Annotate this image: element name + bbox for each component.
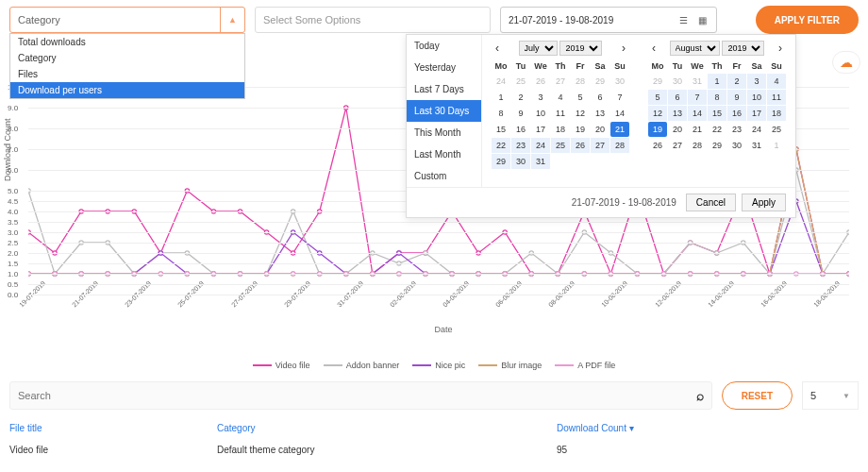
cloud-upload-icon[interactable]: ☁ (832, 51, 860, 74)
day-cell[interactable]: 1 (492, 90, 510, 105)
day-cell[interactable]: 30 (511, 154, 530, 169)
day-cell[interactable]: 23 (511, 138, 530, 153)
day-cell[interactable]: 4 (551, 90, 570, 105)
day-cell[interactable]: 24 (747, 122, 766, 137)
range-option[interactable]: Last Month (407, 143, 481, 165)
day-cell[interactable]: 21 (610, 122, 629, 137)
year-select-right[interactable]: 2019 (722, 41, 764, 56)
dropdown-item[interactable]: Total downloads (10, 34, 244, 50)
search-box[interactable]: ⌕ (9, 381, 712, 410)
day-cell[interactable]: 10 (531, 106, 550, 121)
day-cell[interactable]: 27 (591, 138, 609, 153)
range-option[interactable]: Last 7 Days (407, 78, 481, 100)
col-file-title[interactable]: File title (9, 423, 217, 433)
day-cell[interactable]: 15 (492, 122, 510, 137)
day-cell[interactable]: 26 (571, 138, 590, 153)
day-cell[interactable]: 14 (688, 106, 707, 121)
day-cell[interactable]: 2 (511, 90, 530, 105)
day-cell[interactable]: 15 (708, 106, 726, 121)
day-cell[interactable]: 4 (767, 74, 786, 89)
dropdown-item[interactable]: Category (10, 50, 244, 66)
legend-item[interactable]: Nice pic (412, 361, 465, 370)
day-cell[interactable]: 6 (591, 90, 609, 105)
dropdown-item[interactable]: Download per users (10, 82, 244, 98)
day-cell[interactable]: 8 (492, 106, 510, 121)
prev-month-icon[interactable]: ‹ (492, 42, 503, 55)
next-month-icon[interactable]: › (618, 42, 629, 55)
day-cell[interactable]: 31 (747, 138, 766, 153)
day-cell[interactable]: 5 (648, 90, 667, 105)
day-cell[interactable]: 13 (591, 106, 609, 121)
day-cell[interactable]: 23 (727, 122, 746, 137)
day-cell[interactable]: 25 (551, 138, 570, 153)
apply-filter-button[interactable]: APPLY FILTER (756, 6, 859, 34)
day-cell[interactable]: 26 (648, 138, 667, 153)
day-cell[interactable]: 22 (708, 122, 726, 137)
day-cell[interactable]: 29 (591, 74, 609, 89)
date-range-input[interactable]: 21-07-2019 - 19-08-2019 ☰ ▦ (500, 7, 717, 33)
multi-select[interactable]: Select Some Options (255, 7, 491, 33)
range-option[interactable]: Last 30 Days (407, 100, 481, 122)
dropdown-item[interactable]: Files (10, 66, 244, 82)
day-cell[interactable]: 20 (668, 122, 687, 137)
day-cell[interactable]: 20 (591, 122, 609, 137)
day-cell[interactable]: 9 (727, 90, 746, 105)
day-cell[interactable]: 3 (747, 74, 766, 89)
cancel-button[interactable]: Cancel (686, 194, 736, 211)
day-cell[interactable]: 7 (610, 90, 629, 105)
legend-item[interactable]: Blur image (478, 361, 542, 370)
day-cell[interactable]: 30 (668, 74, 687, 89)
day-cell[interactable]: 14 (610, 106, 629, 121)
day-cell[interactable]: 30 (727, 138, 746, 153)
legend-item[interactable]: A PDF file (555, 361, 615, 370)
page-size-select[interactable]: 5 ▼ (802, 381, 859, 410)
day-cell[interactable]: 29 (492, 154, 510, 169)
day-cell[interactable]: 18 (551, 122, 570, 137)
range-option[interactable]: Custom (407, 165, 481, 187)
day-cell[interactable]: 8 (708, 90, 726, 105)
col-download-count[interactable]: Download Count ▾ (557, 423, 859, 433)
day-cell[interactable]: 24 (492, 74, 510, 89)
search-icon[interactable]: ⌕ (696, 388, 704, 403)
day-cell[interactable]: 31 (688, 74, 707, 89)
day-cell[interactable]: 7 (688, 90, 707, 105)
day-cell[interactable]: 24 (531, 138, 550, 153)
next-month-icon[interactable]: › (775, 42, 786, 55)
day-cell[interactable]: 16 (727, 106, 746, 121)
year-select-left[interactable]: 2019 (559, 41, 602, 56)
day-cell[interactable]: 30 (610, 74, 629, 89)
day-cell[interactable]: 26 (531, 74, 550, 89)
day-cell[interactable]: 28 (688, 138, 707, 153)
day-cell[interactable]: 25 (511, 74, 530, 89)
day-cell[interactable]: 28 (571, 74, 590, 89)
day-cell[interactable]: 17 (747, 106, 766, 121)
day-cell[interactable]: 1 (767, 138, 786, 153)
day-cell[interactable]: 29 (648, 74, 667, 89)
col-category[interactable]: Category (217, 423, 557, 433)
month-select-right[interactable]: August (670, 41, 720, 56)
day-cell[interactable]: 16 (511, 122, 530, 137)
day-cell[interactable]: 10 (747, 90, 766, 105)
day-cell[interactable]: 29 (708, 138, 726, 153)
day-cell[interactable]: 27 (668, 138, 687, 153)
day-cell[interactable]: 27 (551, 74, 570, 89)
day-cell[interactable]: 12 (648, 106, 667, 121)
day-cell[interactable]: 6 (668, 90, 687, 105)
category-dropdown[interactable]: Category ▲ Total downloadsCategoryFilesD… (9, 7, 245, 33)
reset-button[interactable]: RESET (722, 381, 793, 410)
day-cell[interactable]: 28 (610, 138, 629, 153)
day-cell[interactable]: 31 (531, 154, 550, 169)
day-cell[interactable]: 19 (648, 122, 667, 137)
range-option[interactable]: This Month (407, 122, 481, 143)
day-cell[interactable]: 22 (492, 138, 510, 153)
day-cell[interactable]: 3 (531, 90, 550, 105)
day-cell[interactable]: 1 (708, 74, 726, 89)
search-input[interactable] (18, 390, 696, 401)
day-cell[interactable]: 21 (688, 122, 707, 137)
day-cell[interactable]: 5 (571, 90, 590, 105)
month-select-left[interactable]: July (519, 41, 558, 56)
day-cell[interactable]: 12 (571, 106, 590, 121)
day-cell[interactable]: 11 (551, 106, 570, 121)
day-cell[interactable]: 17 (531, 122, 550, 137)
day-cell[interactable]: 9 (511, 106, 530, 121)
